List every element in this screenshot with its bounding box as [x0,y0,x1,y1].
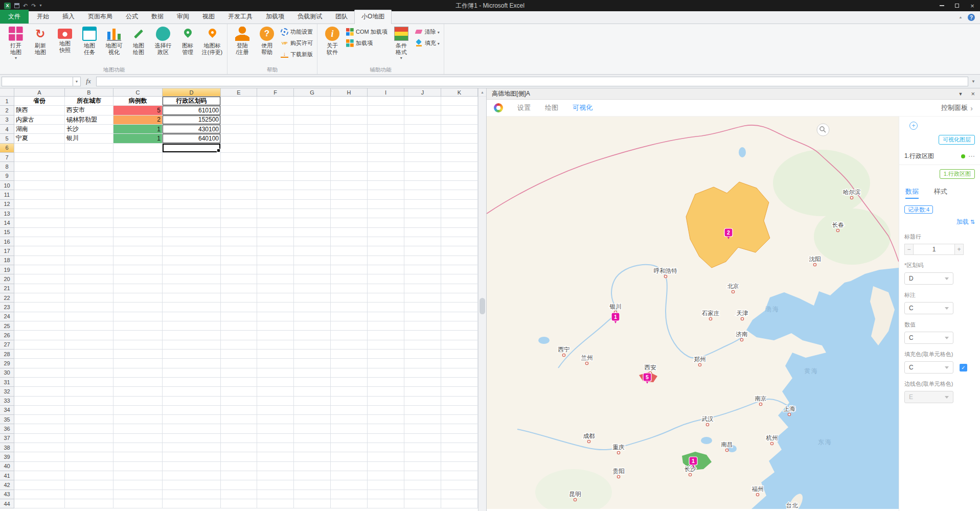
cell-K12[interactable] [441,200,478,209]
cell-B23[interactable] [65,303,113,312]
row-header-8[interactable]: 8 [0,162,14,171]
cell-K17[interactable] [441,246,478,256]
cell-A39[interactable] [14,452,65,461]
ribbon-button-地图标注(停更)[interactable]: 地图标 注(停更) [200,25,224,57]
cell-J22[interactable] [404,293,441,303]
cell-F43[interactable] [257,490,294,499]
cell-A35[interactable] [14,415,65,424]
cell-K16[interactable] [441,237,478,246]
row-header-23[interactable]: 23 [0,303,14,312]
cell-E39[interactable] [221,452,257,461]
row-header-32[interactable]: 32 [0,387,14,396]
cell-A13[interactable] [14,209,65,218]
cell-J43[interactable] [404,490,441,499]
cell-K20[interactable] [441,274,478,284]
cell-I26[interactable] [368,331,404,340]
cell-G15[interactable] [294,228,331,237]
cell-I13[interactable] [368,209,404,218]
row-header-31[interactable]: 31 [0,378,14,387]
cell-J24[interactable] [404,312,441,321]
cell-B25[interactable] [65,321,113,331]
cell-I8[interactable] [368,162,404,171]
row-header-40[interactable]: 40 [0,462,14,471]
cell-A7[interactable] [14,153,65,162]
cell-K37[interactable] [441,434,478,443]
cell-A44[interactable] [14,499,65,508]
row-header-10[interactable]: 10 [0,181,14,190]
row-header-29[interactable]: 29 [0,359,14,368]
cell-I9[interactable] [368,172,404,181]
cell-H30[interactable] [331,368,368,378]
cell-C35[interactable] [113,415,163,424]
column-select[interactable]: D [904,272,953,285]
cell-I4[interactable] [368,125,404,134]
panel-dropdown-icon[interactable]: ▼ [958,91,963,97]
tab-style[interactable]: 样式 [934,187,947,199]
cell-G37[interactable] [294,434,331,443]
row-header-4[interactable]: 4 [0,125,14,134]
cell-E5[interactable] [221,134,257,143]
cell-H28[interactable] [331,350,368,359]
column-header-K[interactable]: K [441,88,478,97]
cell-E12[interactable] [221,200,257,209]
cell-D1[interactable]: 行政区划码 [163,97,221,106]
cell-F12[interactable] [257,200,294,209]
cell-K39[interactable] [441,452,478,461]
cell-A20[interactable] [14,274,65,284]
cell-D5[interactable]: 640100 [163,134,221,143]
row-header-15[interactable]: 15 [0,228,14,237]
cell-D28[interactable] [163,350,221,359]
ribbon-button-地图任务[interactable]: 地图 任务 [77,25,102,57]
ribbon-tab-负载测试[interactable]: 负载测试 [291,10,329,24]
cell-E22[interactable] [221,293,257,303]
cell-H35[interactable] [331,415,368,424]
cell-B30[interactable] [65,368,113,378]
cell-B9[interactable] [65,172,113,181]
cell-G33[interactable] [294,397,331,406]
cell-G27[interactable] [294,340,331,350]
ribbon-tab-加载项[interactable]: 加载项 [259,10,291,24]
cell-I6[interactable] [368,144,404,153]
cell-I34[interactable] [368,406,404,415]
cell-H39[interactable] [331,452,368,461]
cell-B13[interactable] [65,209,113,218]
row-header-36[interactable]: 36 [0,424,14,433]
cell-K24[interactable] [441,312,478,321]
cell-C13[interactable] [113,209,163,218]
cell-E16[interactable] [221,237,257,246]
load-button[interactable]: 加载 ⇅ [904,218,975,226]
cell-I22[interactable] [368,293,404,303]
cell-I32[interactable] [368,387,404,396]
cell-J25[interactable] [404,321,441,331]
cell-J3[interactable] [404,115,441,125]
cell-G3[interactable] [294,115,331,125]
cell-D12[interactable] [163,200,221,209]
cell-J7[interactable] [404,153,441,162]
cell-F20[interactable] [257,274,294,284]
cell-J26[interactable] [404,331,441,340]
row-header-35[interactable]: 35 [0,415,14,424]
cell-B20[interactable] [65,274,113,284]
cell-K36[interactable] [441,424,478,433]
cell-C28[interactable] [113,350,163,359]
cell-B7[interactable] [65,153,113,162]
row-header-2[interactable]: 2 [0,106,14,115]
cell-H22[interactable] [331,293,368,303]
cell-J30[interactable] [404,368,441,378]
cell-E44[interactable] [221,499,257,508]
cell-E32[interactable] [221,387,257,396]
row-header-30[interactable]: 30 [0,368,14,378]
cell-E34[interactable] [221,406,257,415]
cell-K18[interactable] [441,256,478,265]
cell-G36[interactable] [294,424,331,433]
cell-H44[interactable] [331,499,368,508]
cell-D35[interactable] [163,415,221,424]
column-header-G[interactable]: G [294,88,331,97]
cell-H2[interactable] [331,106,368,115]
cell-J40[interactable] [404,462,441,471]
cell-D24[interactable] [163,312,221,321]
cell-G5[interactable] [294,134,331,143]
cell-B15[interactable] [65,228,113,237]
scrollbar-thumb[interactable] [480,298,485,314]
cell-D36[interactable] [163,424,221,433]
